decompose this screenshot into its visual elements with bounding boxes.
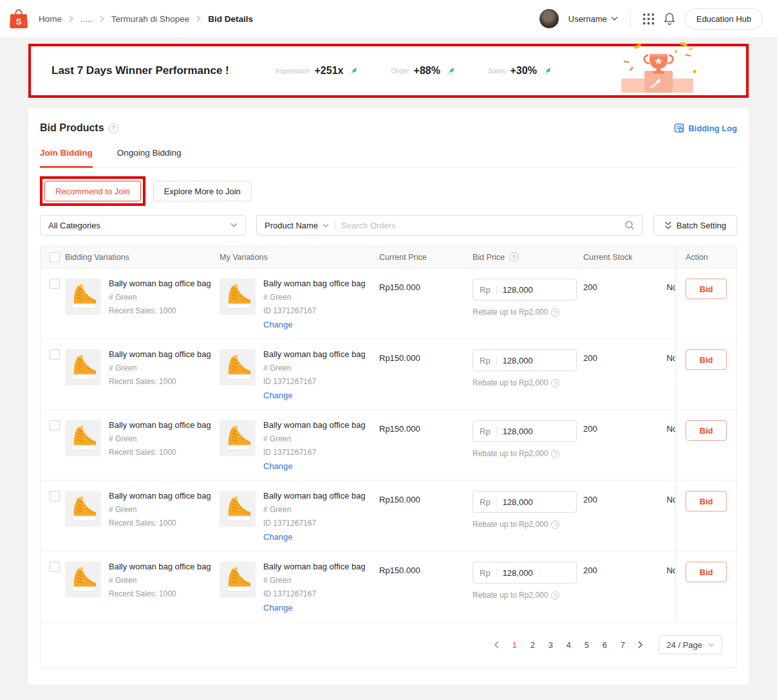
product-id: ID 1371267167 — [263, 519, 365, 528]
table-row: Bally woman bag office bag... # Green Re… — [41, 481, 736, 551]
help-circle-icon[interactable]: ? — [551, 308, 559, 317]
help-circle-icon[interactable]: ? — [109, 124, 118, 133]
shopee-logo-icon[interactable]: S — [9, 8, 28, 30]
table-row: Bally woman bag office bag... # Green Re… — [41, 339, 736, 410]
row-checkbox[interactable] — [50, 349, 60, 360]
explore-more-button[interactable]: Explore More to Join — [153, 181, 252, 201]
current-stock-cell: 200 No — [583, 410, 675, 480]
bidding-log-link[interactable]: Bidding Log — [674, 123, 737, 133]
avatar[interactable] — [539, 9, 559, 28]
page-size-select[interactable]: 24 / Page — [659, 635, 722, 654]
pagination-page[interactable]: 4 — [560, 637, 577, 653]
education-hub-button[interactable]: Education Hub — [685, 8, 763, 30]
trend-up-icon — [348, 67, 357, 75]
bid-price-input[interactable] — [503, 356, 570, 365]
search-icon[interactable] — [624, 220, 635, 230]
product-id: ID 1371267167 — [263, 448, 365, 457]
product-name: Bally woman bag office bag... — [263, 562, 365, 571]
breadcrumb-current: Bid Details — [208, 14, 253, 24]
bid-button[interactable]: Bid — [686, 349, 727, 370]
table-row: Bally woman bag office bag... # Green Re… — [41, 268, 736, 339]
bid-products-card: Bid Products ? Bidding Log Join Bidding … — [28, 108, 749, 685]
topbar-right: Username Education Hub — [539, 8, 763, 30]
row-checkbox[interactable] — [50, 279, 60, 289]
bidding-log-label: Bidding Log — [688, 124, 737, 133]
breadcrumb-home[interactable]: Home — [39, 14, 62, 24]
tab-ongoing-bidding[interactable]: Ongoing Bidding — [117, 148, 182, 167]
product-variation: # Green — [263, 293, 365, 302]
product-variation: # Green — [109, 576, 211, 585]
apps-grid-icon[interactable] — [643, 14, 654, 24]
change-link[interactable]: Change — [263, 461, 365, 471]
change-link[interactable]: Change — [263, 532, 365, 542]
help-circle-icon[interactable]: ? — [509, 252, 519, 262]
bidding-variation-cell: Bally woman bag office bag... # Green Re… — [65, 481, 220, 551]
search-type-select[interactable]: Product Name — [265, 221, 329, 230]
recent-sales: Recent Sales: 1000 — [109, 589, 211, 598]
tab-bar: Join Bidding Ongoing Bidding — [40, 148, 737, 168]
breadcrumb-collapsed[interactable]: ..... — [80, 14, 93, 24]
search-input[interactable] — [341, 221, 619, 230]
batch-setting-button[interactable]: Batch Setting — [653, 215, 737, 235]
log-icon — [674, 123, 684, 133]
help-circle-icon[interactable]: ? — [551, 379, 559, 387]
change-link[interactable]: Change — [263, 391, 365, 400]
my-variation-cell: Bally woman bag office bag... # Green ID… — [220, 481, 379, 551]
divider — [496, 285, 497, 295]
help-circle-icon[interactable]: ? — [551, 520, 559, 529]
product-name: Bally woman bag office bag... — [263, 279, 365, 288]
change-link[interactable]: Change — [263, 603, 365, 612]
product-name: Bally woman bag office bag... — [263, 420, 365, 430]
bid-button[interactable]: Bid — [686, 279, 727, 299]
table-row: Bally woman bag office bag... # Green Re… — [41, 410, 736, 481]
currency-prefix: Rp — [480, 568, 491, 578]
username-menu[interactable]: Username — [568, 14, 618, 24]
tab-join-bidding[interactable]: Join Bidding — [40, 148, 93, 168]
pagination-page[interactable]: 2 — [524, 637, 541, 653]
change-link[interactable]: Change — [263, 320, 365, 329]
select-all-checkbox[interactable] — [50, 252, 60, 262]
bid-price-input[interactable] — [503, 568, 570, 578]
stock-value: 200 — [583, 566, 597, 622]
product-image — [65, 491, 101, 527]
double-chevron-down-icon — [664, 221, 672, 230]
metric-value: +30% — [510, 65, 536, 77]
bid-price-input[interactable] — [503, 285, 570, 295]
divider — [630, 10, 631, 27]
help-circle-icon[interactable]: ? — [551, 591, 559, 600]
pagination-page[interactable]: 1 — [506, 637, 523, 653]
help-circle-icon[interactable]: ? — [551, 450, 559, 458]
row-checkbox[interactable] — [50, 491, 60, 501]
bid-button[interactable]: Bid — [686, 562, 727, 582]
pagination-prev-icon[interactable] — [489, 637, 505, 652]
pagination-next-icon[interactable] — [632, 637, 648, 652]
col-bid-price: Bid Price ? — [473, 252, 583, 262]
batch-setting-label: Batch Setting — [677, 221, 726, 230]
category-select[interactable]: All Categories — [40, 215, 246, 235]
current-price-cell: Rp150.000 — [379, 410, 473, 480]
bid-price-input-box: Rp — [473, 279, 577, 300]
bell-icon[interactable] — [664, 12, 675, 25]
row-checkbox[interactable] — [50, 420, 60, 430]
table-body: Bally woman bag office bag... # Green Re… — [41, 268, 736, 622]
pagination-page[interactable]: 3 — [542, 637, 559, 653]
pagination-page[interactable]: 6 — [596, 637, 613, 653]
bid-price-input[interactable] — [503, 427, 570, 436]
pagination-page[interactable]: 5 — [578, 637, 595, 653]
row-checkbox[interactable] — [50, 562, 60, 572]
clipped-column-text: No — [666, 495, 675, 551]
my-variation-cell: Bally woman bag office bag... # Green ID… — [220, 551, 379, 622]
recent-sales: Recent Sales: 1000 — [109, 519, 211, 528]
breadcrumb-campaign[interactable]: Termurah di Shopee — [111, 14, 190, 24]
bid-button[interactable]: Bid — [686, 491, 727, 511]
bid-price-cell: Rp Rebate up to Rp2,000 ? — [473, 339, 583, 409]
recommend-to-join-button[interactable]: Recommend to Join — [44, 181, 141, 201]
divider — [496, 427, 497, 436]
currency-prefix: Rp — [480, 497, 491, 507]
clipped-column-text: No — [666, 353, 675, 409]
winner-performance-banner: Last 7 Days Winner Performance ! Impress… — [28, 44, 749, 98]
bid-button[interactable]: Bid — [686, 420, 727, 441]
bid-price-input[interactable] — [503, 497, 570, 507]
pagination-page[interactable]: 7 — [614, 637, 631, 653]
product-image — [220, 562, 256, 598]
